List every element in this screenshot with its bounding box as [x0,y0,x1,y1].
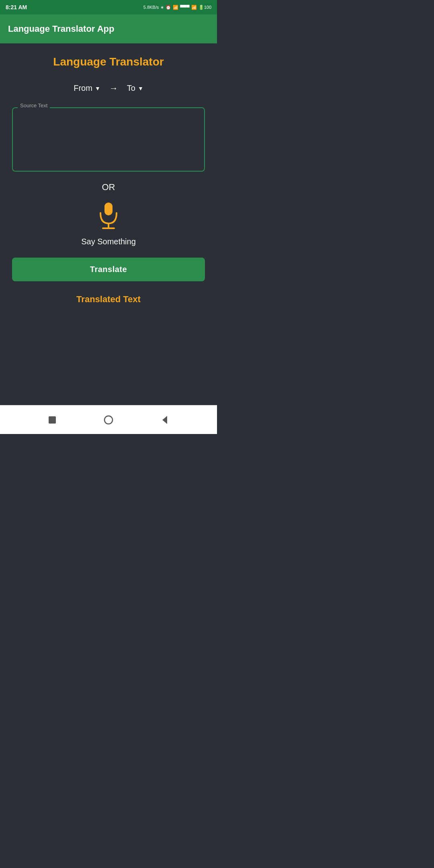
status-time: 8:21 AM [6,4,27,10]
alarm-icon: ⏰ [166,5,171,10]
to-label: To [127,84,135,93]
svg-rect-3 [49,416,56,424]
svg-point-4 [104,416,113,424]
language-selector-row: From ▼ → To ▼ [12,80,205,96]
app-bar-title: Language Translator App [8,24,114,34]
main-content: Language Translator From ▼ → To ▼ Source… [0,43,217,405]
svg-rect-0 [104,203,113,215]
say-something-label: Say Something [81,237,136,246]
bluetooth-icon: ∗ [160,5,164,10]
source-text-input[interactable] [12,107,205,172]
page-title: Language Translator [53,55,164,68]
svg-marker-5 [162,416,167,424]
translated-text-label: Translated Text [76,294,141,305]
home-button[interactable] [100,412,117,428]
from-label: From [74,84,92,93]
mic-button[interactable]: Say Something [81,199,136,246]
microphone-icon [94,199,123,233]
source-text-container: Source Text [12,107,205,173]
status-bar: 8:21 AM 5.8KB/s ∗ ⏰ 📶 ▀▀▀ 📶 🔋100 [0,0,217,14]
stop-button[interactable] [44,412,60,428]
battery-icon: 🔋100 [199,5,211,10]
to-dropdown-icon: ▼ [138,85,143,92]
from-language-selector[interactable]: From ▼ [69,80,105,96]
source-text-label: Source Text [18,102,50,108]
or-divider: OR [102,182,115,192]
wifi-icon: 📶 [191,5,197,10]
translate-button[interactable]: Translate [12,258,205,281]
back-button[interactable] [157,412,173,428]
app-bar: Language Translator App [0,14,217,43]
arrow-icon: → [109,83,118,94]
from-dropdown-icon: ▼ [95,85,100,92]
signal-icon: ▀▀▀ [180,5,189,10]
sim-icon: 📶 [173,5,178,10]
nav-bar [0,405,217,434]
status-right: 5.8KB/s ∗ ⏰ 📶 ▀▀▀ 📶 🔋100 [143,5,211,10]
to-language-selector[interactable]: To ▼ [122,80,148,96]
network-speed: 5.8KB/s [143,5,159,10]
